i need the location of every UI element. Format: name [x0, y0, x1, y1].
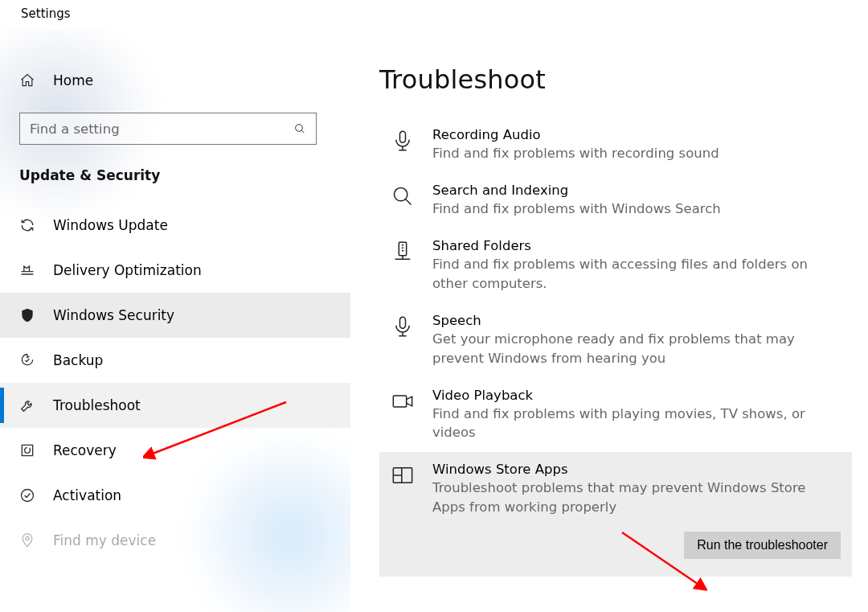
wrench-icon [19, 397, 35, 413]
recovery-icon [19, 442, 35, 458]
troubleshooter-shared-folders[interactable]: Shared Folders Find and fix problems wit… [379, 228, 852, 303]
sync-icon [19, 217, 35, 233]
troubleshooter-title: Speech [432, 313, 841, 328]
home-label: Home [53, 72, 93, 88]
main-content: Troubleshoot Recording Audio Find and fi… [350, 29, 868, 612]
svg-point-2 [26, 536, 29, 540]
troubleshooter-speech[interactable]: Speech Get your microphone ready and fix… [379, 303, 852, 378]
sidebar-item-label: Troubleshoot [53, 397, 141, 413]
backup-icon [19, 352, 35, 368]
search-icon [391, 184, 415, 208]
svg-rect-3 [400, 131, 406, 142]
sidebar-item-label: Find my device [53, 532, 156, 548]
sidebar-item-label: Backup [53, 352, 103, 368]
sidebar-nav: Windows Update Delivery Optimization Win… [0, 203, 350, 563]
svg-point-0 [296, 125, 303, 132]
troubleshooter-desc: Find and fix problems with playing movie… [432, 405, 841, 443]
troubleshooter-title: Video Playback [432, 388, 841, 403]
sidebar-item-find-my-device[interactable]: Find my device [0, 518, 350, 563]
search-input[interactable]: Find a setting [19, 113, 317, 145]
svg-rect-7 [393, 396, 406, 407]
sidebar-item-label: Delivery Optimization [53, 262, 202, 278]
search-placeholder: Find a setting [30, 121, 120, 137]
video-icon [391, 389, 415, 413]
troubleshooter-video-playback[interactable]: Video Playback Find and fix problems wit… [379, 378, 852, 453]
sidebar-item-activation[interactable]: Activation [0, 473, 350, 518]
sidebar-item-label: Recovery [53, 442, 117, 458]
sidebar-item-label: Windows Update [53, 217, 168, 233]
troubleshooter-desc: Find and fix problems with recording sou… [432, 144, 841, 163]
troubleshooter-title: Search and Indexing [432, 183, 841, 198]
sidebar-item-recovery[interactable]: Recovery [0, 428, 350, 473]
category-label: Update & Security [0, 145, 350, 203]
delivery-icon [19, 262, 35, 278]
troubleshooter-desc: Find and fix problems with accessing fil… [432, 255, 841, 294]
microphone-icon [391, 129, 415, 153]
home-icon [19, 72, 35, 88]
svg-point-1 [22, 490, 34, 502]
window-title: Settings [0, 0, 868, 29]
troubleshooter-desc: Troubleshoot problems that may prevent W… [432, 479, 841, 517]
microphone-icon [391, 314, 415, 339]
svg-point-4 [395, 187, 407, 200]
svg-rect-6 [400, 317, 406, 328]
troubleshooter-title: Recording Audio [432, 127, 841, 142]
svg-rect-5 [399, 242, 406, 255]
troubleshooter-recording-audio[interactable]: Recording Audio Find and fix problems wi… [379, 117, 852, 173]
troubleshooter-desc: Find and fix problems with Windows Searc… [432, 199, 841, 219]
server-icon [391, 240, 415, 264]
shield-icon [19, 307, 35, 323]
sidebar-item-backup[interactable]: Backup [0, 338, 350, 383]
sidebar: Home Find a setting Update & Security [0, 29, 350, 612]
sidebar-item-windows-update[interactable]: Windows Update [0, 203, 350, 248]
troubleshooter-list: Recording Audio Find and fix problems wi… [379, 117, 852, 577]
home-button[interactable]: Home [0, 61, 350, 100]
troubleshooter-windows-store-apps[interactable]: Windows Store Apps Troubleshoot problems… [379, 452, 852, 577]
sidebar-item-windows-security[interactable]: Windows Security [0, 293, 350, 338]
sidebar-item-label: Activation [53, 487, 121, 503]
run-troubleshooter-button[interactable]: Run the troubleshooter [684, 532, 841, 559]
apps-icon [391, 463, 415, 487]
sidebar-item-label: Windows Security [53, 307, 174, 323]
troubleshooter-desc: Get your microphone ready and fix proble… [432, 330, 841, 368]
troubleshooter-title: Windows Store Apps [432, 462, 841, 477]
check-circle-icon [19, 487, 35, 503]
sidebar-item-troubleshoot[interactable]: Troubleshoot [0, 383, 350, 428]
page-title: Troubleshoot [379, 64, 852, 95]
location-icon [19, 532, 35, 548]
search-icon [293, 122, 306, 135]
sidebar-item-delivery-optimization[interactable]: Delivery Optimization [0, 248, 350, 293]
troubleshooter-title: Shared Folders [432, 238, 841, 253]
troubleshooter-search-indexing[interactable]: Search and Indexing Find and fix problem… [379, 173, 852, 228]
